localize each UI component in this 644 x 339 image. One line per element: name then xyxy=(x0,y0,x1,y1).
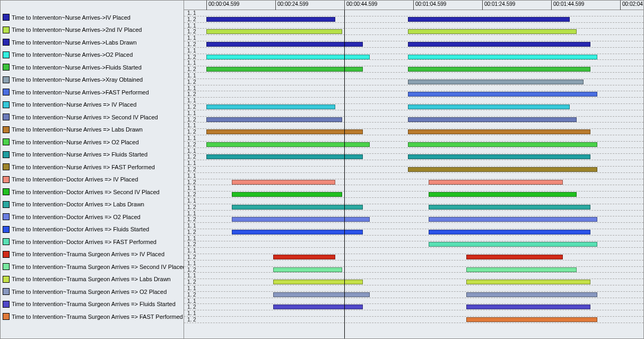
timeline-lane[interactable]: 1. 1 xyxy=(184,110,643,117)
timeline-lane[interactable]: 1. 1 xyxy=(184,135,643,142)
legend-item[interactable]: Time to Interventon~Nurse Arrives->Labs … xyxy=(1,36,184,49)
timeline-lane[interactable]: 1. 2 xyxy=(184,16,643,23)
timeline-lane[interactable]: 1. 2 xyxy=(184,216,643,223)
legend-item[interactable]: Time to Interventon~Nurse Arrives->Xray … xyxy=(1,74,184,86)
interval-bar[interactable] xyxy=(232,205,363,210)
interval-bar[interactable] xyxy=(206,55,370,59)
legend-item[interactable]: Time to Intervention~Doctor Arrives => F… xyxy=(1,236,184,248)
interval-bar[interactable] xyxy=(206,154,363,159)
interval-bar[interactable] xyxy=(408,167,598,172)
legend-item[interactable]: Time to Intervention~Trauma Surgeon Arri… xyxy=(1,310,184,323)
timeline-lane[interactable]: 1. 1 xyxy=(184,211,643,217)
timeline-rows[interactable]: 1. 11. 21. 11. 21. 11. 21. 11. 21. 11. 2… xyxy=(184,10,643,338)
timeline-lane[interactable]: 1. 2 xyxy=(184,29,643,35)
legend-item[interactable]: Time to Intervention~Doctor Arrives => O… xyxy=(1,211,184,223)
interval-bar[interactable] xyxy=(408,67,591,72)
interval-bar[interactable] xyxy=(466,280,590,284)
interval-bar[interactable] xyxy=(408,129,591,134)
legend-item[interactable]: Time to Intervention~Trauma Surgeon Arri… xyxy=(1,285,184,298)
interval-bar[interactable] xyxy=(429,217,598,222)
legend-item[interactable]: Time to Intervention~Doctor Arrives => L… xyxy=(1,198,184,211)
timeline-lane[interactable]: 1. 1 xyxy=(184,23,643,29)
interval-bar[interactable] xyxy=(466,317,597,322)
timeline-lane[interactable]: 1. 1 xyxy=(184,148,643,154)
legend-item[interactable]: Time to Intervention~Nurse Arrives => FA… xyxy=(1,161,184,173)
timeline-lane[interactable]: 1. 1 xyxy=(184,35,643,41)
legend-item[interactable]: Time to Intervention~Trauma Surgeon Arri… xyxy=(1,298,184,311)
interval-bar[interactable] xyxy=(429,242,598,247)
interval-bar[interactable] xyxy=(206,117,342,122)
timeline-lane[interactable]: 1. 2 xyxy=(184,241,643,248)
timeline-lane[interactable]: 1. 1 xyxy=(184,48,643,54)
interval-bar[interactable] xyxy=(206,17,335,22)
timeline-lane[interactable]: 1. 2 xyxy=(184,91,643,98)
playhead-line[interactable] xyxy=(344,1,345,338)
legend-item[interactable]: Time to Intervention~Trauma Surgeon Arri… xyxy=(1,260,184,273)
legend-item[interactable]: Time to Interventon~Nurse Arrives->IV Pl… xyxy=(1,11,184,24)
interval-bar[interactable] xyxy=(408,42,591,47)
interval-bar[interactable] xyxy=(466,255,563,259)
timeline-lane[interactable]: 1. 2 xyxy=(184,204,643,211)
interval-bar[interactable] xyxy=(466,267,577,272)
interval-bar[interactable] xyxy=(408,17,570,22)
timeline-lane[interactable]: 1. 1 xyxy=(184,260,643,267)
timeline-lane[interactable]: 1. 2 xyxy=(184,142,643,148)
interval-bar[interactable] xyxy=(408,117,577,122)
legend-item[interactable]: Time to Intervention~Nurse Arrives => Fl… xyxy=(1,149,184,161)
timeline-lane[interactable]: 1. 2 xyxy=(184,66,643,73)
timeline-lane[interactable]: 1. 2 xyxy=(184,229,643,236)
timeline-lane[interactable]: 1. 1 xyxy=(184,10,643,16)
timeline-lane[interactable]: 1. 1 xyxy=(184,173,643,179)
timeline-lane[interactable]: 1. 1 xyxy=(184,298,643,305)
interval-bar[interactable] xyxy=(232,230,363,234)
timeline-lane[interactable]: 1. 1 xyxy=(184,273,643,279)
interval-bar[interactable] xyxy=(273,255,335,259)
interval-bar[interactable] xyxy=(206,42,363,47)
interval-bar[interactable] xyxy=(232,180,335,185)
interval-bar[interactable] xyxy=(429,205,591,210)
timeline-lane[interactable]: 1. 1 xyxy=(184,198,643,204)
interval-bar[interactable] xyxy=(206,142,370,147)
timeline-lane[interactable]: 1. 2 xyxy=(184,179,643,186)
timeline-lane[interactable]: 1. 2 xyxy=(184,167,643,173)
timeline-lane[interactable]: 1. 2 xyxy=(184,154,643,160)
timeline-lane[interactable]: 1. 2 xyxy=(184,292,643,298)
interval-bar[interactable] xyxy=(466,292,597,297)
timeline-lane[interactable]: 1. 1 xyxy=(184,73,643,79)
timeline-lane[interactable]: 1. 1 xyxy=(184,98,643,104)
timeline-chart[interactable]: 00:00:04.59900:00:24.59900:00:44.59900:0… xyxy=(184,1,643,338)
interval-bar[interactable] xyxy=(408,154,591,159)
interval-bar[interactable] xyxy=(429,180,563,185)
legend-item[interactable]: Time to Interventon~Nurse Arrives->O2 Pl… xyxy=(1,49,184,62)
legend-item[interactable]: Time to Interventon~Nurse Arrives->FAST … xyxy=(1,86,184,99)
timeline-lane[interactable]: 1. 1 xyxy=(184,236,643,242)
time-ruler[interactable]: 00:00:04.59900:00:24.59900:00:44.59900:0… xyxy=(184,1,643,10)
legend-item[interactable]: Time to Intervention~Trauma Surgeon Arri… xyxy=(1,248,184,261)
timeline-lane[interactable]: 1. 2 xyxy=(184,104,643,110)
timeline-lane[interactable]: 1. 1 xyxy=(184,310,643,317)
timeline-lane[interactable]: 1. 1 xyxy=(184,85,643,92)
legend-item[interactable]: Time to Intervention~Nurse Arrives => IV… xyxy=(1,99,184,111)
interval-bar[interactable] xyxy=(466,305,590,309)
interval-bar[interactable] xyxy=(273,292,370,297)
interval-bar[interactable] xyxy=(408,142,598,147)
interval-bar[interactable] xyxy=(206,67,363,72)
timeline-lane[interactable]: 1. 2 xyxy=(184,129,643,135)
interval-bar[interactable] xyxy=(408,105,570,109)
legend-item[interactable]: Time to Interventon~Nurse Arrives->Fluid… xyxy=(1,61,184,74)
interval-bar[interactable] xyxy=(206,105,335,109)
legend-item[interactable]: Time to Interventon~Nurse Arrives->2nd I… xyxy=(1,24,184,37)
interval-bar[interactable] xyxy=(232,192,342,197)
interval-bar[interactable] xyxy=(206,29,342,34)
timeline-lane[interactable]: 1. 1 xyxy=(184,223,643,229)
timeline-lane[interactable]: 1. 2 xyxy=(184,54,643,60)
timeline-lane[interactable]: 1. 2 xyxy=(184,254,643,260)
timeline-lane[interactable]: 1. 2 xyxy=(184,79,643,85)
timeline-lane[interactable]: 1. 1 xyxy=(184,285,643,292)
legend-item[interactable]: Time to Intervention~Doctor Arrives => F… xyxy=(1,223,184,236)
interval-bar[interactable] xyxy=(232,217,370,222)
timeline-lane[interactable]: 1. 1 xyxy=(184,123,643,129)
legend-item[interactable]: Time to Intervention~Trauma Surgeon Arri… xyxy=(1,273,184,286)
timeline-lane[interactable]: 1. 2 xyxy=(184,304,643,310)
interval-bar[interactable] xyxy=(429,230,591,234)
